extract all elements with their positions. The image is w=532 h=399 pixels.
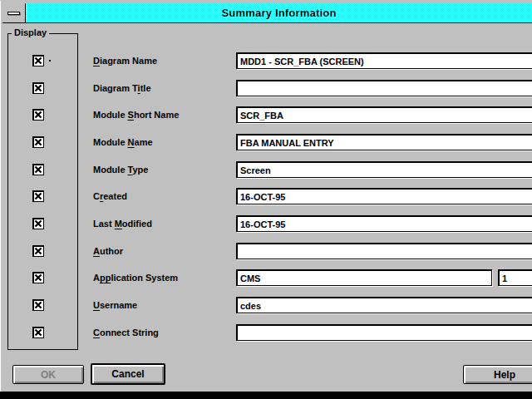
form-row: Diagram Name [1, 52, 532, 69]
field-input[interactable] [236, 134, 532, 150]
field-input[interactable] [236, 215, 532, 232]
form-row: Module Short Name [1, 106, 532, 123]
field-label: Application System [93, 269, 178, 286]
check-x-icon [34, 192, 42, 200]
field-input[interactable] [236, 297, 532, 313]
display-checkbox[interactable] [32, 136, 44, 148]
display-checkbox[interactable] [32, 327, 44, 338]
form-row: Connect String [1, 324, 532, 341]
field-label: Created [93, 188, 127, 204]
field-label: Module Type [93, 161, 148, 178]
title-bar: Summary Information [2, 3, 532, 23]
check-x-icon [34, 138, 42, 146]
field-label: Diagram Title [93, 80, 151, 96]
check-x-icon [34, 219, 42, 228]
field-input[interactable] [236, 161, 532, 178]
check-x-icon [34, 247, 42, 255]
field-label: Username [93, 297, 137, 313]
field-label: Module Short Name [93, 106, 179, 123]
display-checkbox[interactable] [32, 299, 44, 311]
help-button[interactable]: Help [463, 365, 532, 384]
display-checkbox[interactable] [32, 55, 44, 66]
form-row: Module Name [1, 134, 532, 150]
summary-information-dialog: Summary Information Display Diagram Name… [0, 0, 532, 392]
field-input[interactable] [236, 188, 532, 204]
display-group-label: Display [12, 27, 49, 37]
display-checkbox[interactable] [32, 245, 44, 257]
cancel-button[interactable]: Cancel [91, 363, 165, 385]
field-label: Last Modified [93, 215, 152, 232]
title-bar-background: Summary Information [26, 3, 532, 22]
version-field-input[interactable] [498, 269, 532, 286]
field-input[interactable] [236, 269, 492, 286]
form-row: Username [1, 297, 532, 313]
form-row: Module Type [1, 161, 532, 178]
check-x-icon [34, 165, 42, 174]
field-label: Connect String [93, 324, 159, 341]
check-x-icon [34, 57, 42, 65]
field-input[interactable] [236, 243, 532, 259]
form-row: Last Modified [1, 215, 532, 232]
field-label: Author [93, 243, 123, 259]
display-checkbox[interactable] [32, 218, 44, 229]
desktop-background [0, 392, 532, 399]
field-label: Module Name [93, 134, 153, 150]
field-input[interactable] [236, 106, 532, 123]
check-x-icon [34, 301, 42, 309]
window-title: Summary Information [221, 7, 336, 19]
system-menu-button[interactable] [2, 3, 26, 22]
check-x-icon [34, 273, 42, 282]
field-input[interactable] [236, 80, 532, 96]
display-checkbox[interactable] [32, 109, 44, 121]
form-row: Application System [1, 269, 532, 286]
display-checkbox[interactable] [32, 164, 44, 175]
check-x-icon [34, 328, 42, 337]
display-checkbox[interactable] [32, 190, 44, 202]
form-row: Author [1, 243, 532, 259]
field-input[interactable] [236, 324, 532, 341]
check-x-icon [34, 111, 42, 119]
form-row: Diagram Title [1, 80, 532, 96]
display-checkbox[interactable] [32, 82, 44, 94]
display-checkbox[interactable] [32, 272, 44, 283]
check-x-icon [34, 84, 42, 92]
field-input[interactable] [236, 52, 532, 69]
form-row: Created [1, 188, 532, 204]
stray-dot [49, 60, 51, 62]
field-label: Diagram Name [93, 52, 157, 69]
ok-button[interactable]: OK [12, 365, 84, 384]
system-menu-dash-icon [7, 12, 20, 15]
